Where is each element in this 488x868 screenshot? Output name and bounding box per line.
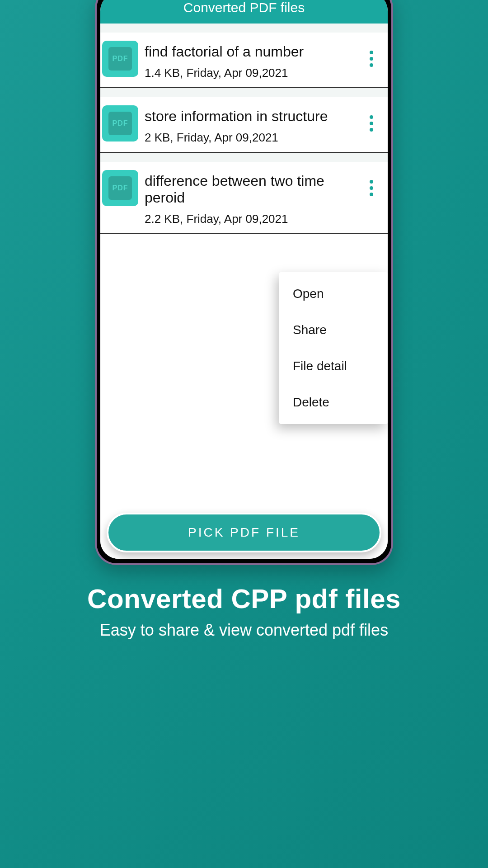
more-options-icon[interactable] xyxy=(362,174,380,203)
file-meta: 2.2 KB, Friday, Apr 09,2021 xyxy=(145,212,362,226)
menu-file-detail[interactable]: File detail xyxy=(279,348,388,384)
file-title: difference between two time peroid xyxy=(145,173,362,207)
page-title: Converted PDF files xyxy=(100,0,388,15)
file-title: find factorial of a number xyxy=(145,43,362,61)
pdf-file-icon: PDF xyxy=(102,170,138,206)
list-item-body: find factorial of a number 1.4 KB, Frida… xyxy=(145,41,362,80)
pdf-file-icon: PDF xyxy=(102,105,138,142)
pdf-badge: PDF xyxy=(108,176,132,200)
pdf-badge: PDF xyxy=(108,47,132,71)
spacer xyxy=(100,24,388,33)
list-item-body: store information in structure 2 KB, Fri… xyxy=(145,105,362,145)
app-header: Converted PDF files xyxy=(100,0,388,24)
menu-open[interactable]: Open xyxy=(279,276,388,312)
phone-frame: Converted PDF files PDF find factorial o… xyxy=(95,0,393,565)
promo-headline: Converted CPP pdf files xyxy=(87,583,401,614)
file-title: store information in structure xyxy=(145,108,362,125)
more-options-icon[interactable] xyxy=(362,44,380,73)
file-list: PDF find factorial of a number 1.4 KB, F… xyxy=(100,33,388,559)
pdf-file-icon: PDF xyxy=(102,41,138,77)
more-options-icon[interactable] xyxy=(362,109,380,138)
spacer xyxy=(100,153,388,162)
menu-delete[interactable]: Delete xyxy=(279,384,388,420)
fab-container: PICK PDF FILE xyxy=(100,513,388,552)
promo-sub: Easy to share & view converted pdf files xyxy=(87,621,401,640)
menu-share[interactable]: Share xyxy=(279,312,388,348)
file-meta: 2 KB, Friday, Apr 09,2021 xyxy=(145,131,362,145)
promo-caption: Converted CPP pdf files Easy to share & … xyxy=(69,583,419,640)
list-item[interactable]: PDF difference between two time peroid 2… xyxy=(100,162,388,235)
file-meta: 1.4 KB, Friday, Apr 09,2021 xyxy=(145,66,362,80)
screen: Converted PDF files PDF find factorial o… xyxy=(100,0,388,559)
context-menu: Open Share File detail Delete xyxy=(279,272,388,424)
list-item-body: difference between two time peroid 2.2 K… xyxy=(145,170,362,226)
spacer xyxy=(100,88,388,97)
pick-pdf-button[interactable]: PICK PDF FILE xyxy=(107,513,381,552)
pdf-badge: PDF xyxy=(108,112,132,135)
list-item[interactable]: PDF store information in structure 2 KB,… xyxy=(100,97,388,153)
list-item[interactable]: PDF find factorial of a number 1.4 KB, F… xyxy=(100,33,388,88)
